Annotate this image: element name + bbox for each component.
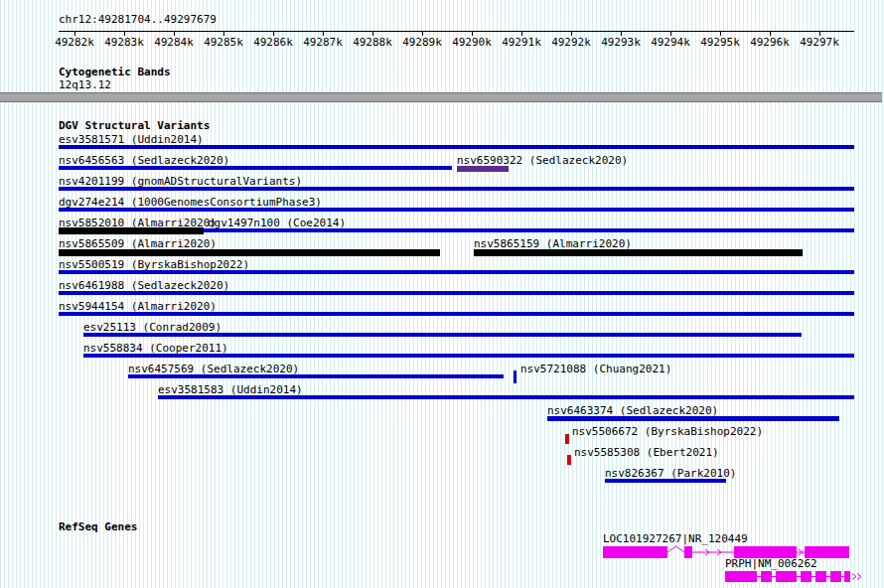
ruler-tick-label: 49292k bbox=[551, 37, 591, 49]
gene-exon[interactable] bbox=[603, 546, 667, 558]
ruler-tick-label: 49294k bbox=[651, 37, 690, 49]
variant-bar[interactable] bbox=[59, 249, 440, 256]
variant-bar[interactable] bbox=[83, 354, 854, 358]
variant-bar[interactable] bbox=[158, 395, 854, 399]
variant-bar[interactable] bbox=[547, 416, 839, 421]
ruler-tick-label: 49295k bbox=[700, 37, 740, 49]
cytogenetic-title: Cytogenetic Bands bbox=[59, 67, 171, 78]
dgv-title: DGV Structural Variants bbox=[59, 120, 210, 132]
variant-bar[interactable] bbox=[605, 479, 726, 483]
gene-exon[interactable] bbox=[815, 571, 826, 582]
variant-bar[interactable] bbox=[567, 455, 571, 465]
gene-exon[interactable] bbox=[725, 571, 757, 582]
gene-model[interactable] bbox=[0, 570, 884, 584]
variant-bar[interactable] bbox=[59, 145, 854, 149]
ruler-tick-label: 49296k bbox=[750, 37, 790, 49]
ruler-tick-label: 49293k bbox=[601, 37, 641, 49]
variant-label[interactable]: nsv5506672 (ByrskaBishop2022) bbox=[572, 426, 763, 438]
ruler-tick-label: 49286k bbox=[253, 37, 293, 49]
ruler-line bbox=[59, 31, 854, 32]
genome-browser: chr12:49281704..49297679 49282k49283k492… bbox=[0, 0, 884, 588]
gene-label[interactable]: LOC101927267|NR_120449 bbox=[603, 533, 748, 545]
variant-label[interactable]: nsv5585308 (Ebert2021) bbox=[574, 447, 719, 459]
gene-exon[interactable] bbox=[801, 571, 811, 582]
ruler-tick-label: 49297k bbox=[800, 37, 839, 49]
variant-bar[interactable] bbox=[59, 208, 854, 212]
strand-chevron-icon bbox=[857, 574, 861, 580]
gene-label[interactable]: PRPH|NM_006262 bbox=[725, 558, 817, 570]
variant-bar[interactable] bbox=[59, 227, 204, 234]
ruler-tick-label: 49288k bbox=[353, 37, 392, 49]
position-text: chr12:49281704..49297679 bbox=[59, 14, 217, 26]
ruler-tick-label: 49291k bbox=[502, 37, 541, 49]
cytoband-label: 12q13.12 bbox=[59, 79, 111, 91]
variant-bar[interactable] bbox=[59, 187, 854, 191]
gene-exon[interactable] bbox=[776, 571, 797, 582]
variant-bar[interactable] bbox=[59, 291, 854, 295]
variant-bar[interactable] bbox=[565, 434, 569, 444]
variant-bar[interactable] bbox=[128, 374, 504, 378]
variant-bar[interactable] bbox=[59, 270, 854, 274]
ruler-tick-label: 49284k bbox=[154, 37, 194, 49]
gene-exon[interactable] bbox=[684, 546, 692, 558]
ruler-tick-label: 49282k bbox=[55, 37, 94, 49]
variant-bar[interactable] bbox=[474, 249, 803, 256]
gene-intron-line bbox=[667, 546, 676, 552]
ruler-tick-label: 49287k bbox=[303, 37, 343, 49]
variant-label[interactable]: nsv5721088 (Chuang2021) bbox=[520, 364, 671, 375]
gene-intron-line bbox=[676, 546, 685, 552]
refseq-title: RefSeq Genes bbox=[59, 521, 137, 533]
ruler-tick-label: 49289k bbox=[402, 37, 442, 49]
variant-bar[interactable] bbox=[59, 166, 452, 170]
gene-exon[interactable] bbox=[761, 571, 772, 582]
gene-exon[interactable] bbox=[844, 571, 850, 582]
variant-bar[interactable] bbox=[83, 333, 802, 337]
ruler-tick-label: 49290k bbox=[452, 37, 492, 49]
gene-exon[interactable] bbox=[830, 571, 841, 582]
strand-chevron-icon bbox=[852, 574, 856, 580]
ruler-tick-label: 49283k bbox=[104, 37, 144, 49]
variant-bar[interactable] bbox=[514, 370, 516, 383]
variant-bar[interactable] bbox=[59, 312, 854, 316]
variant-bar[interactable] bbox=[457, 166, 509, 172]
ruler-tick-label: 49285k bbox=[204, 37, 243, 49]
cytoband-bar[interactable] bbox=[0, 92, 882, 102]
